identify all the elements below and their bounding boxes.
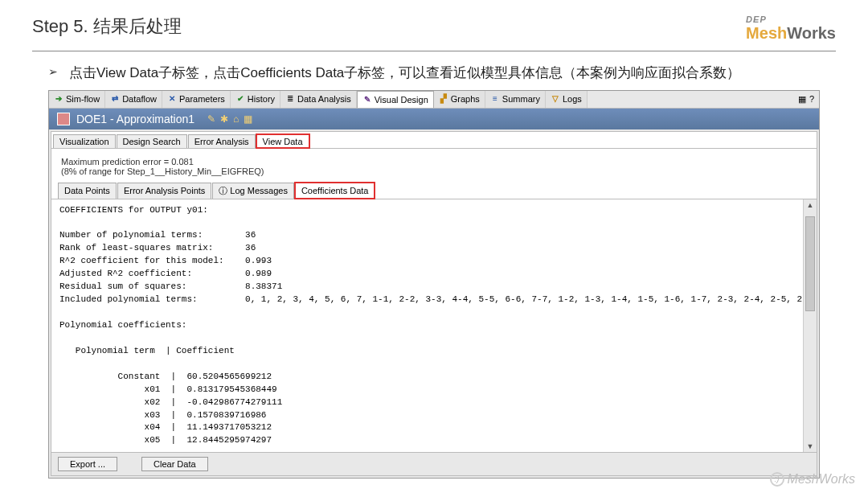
subtab-label: Coefficients Data [301, 186, 369, 195]
tab-label: Graphs [451, 94, 480, 104]
info-line1: Maximum prediction error = 0.081 [61, 157, 807, 166]
subtab-view-data[interactable]: View Data [256, 134, 309, 148]
subtab-coefficients-data[interactable]: Coefficients Data [295, 183, 375, 199]
tab-sim-flow[interactable]: ➔Sim-flow [49, 91, 105, 108]
graphs-icon: ▞ [439, 94, 448, 104]
description-text: 点击View Data子标签，点击Coefficients Data子标签，可以… [69, 63, 740, 84]
parameters-icon: ✕ [167, 94, 177, 104]
tab-dataflow[interactable]: ⇄Dataflow [105, 91, 162, 108]
visual-design-icon: ✎ [362, 95, 372, 105]
logo-meshworks: MeshWorks [746, 24, 836, 43]
page-title: Step 5. 结果后处理 [32, 14, 182, 39]
subtab-error-analysis-points[interactable]: Error Analysis Points [117, 183, 211, 199]
main-tabs: ➔Sim-flow⇄Dataflow✕Parameters✔History≣Da… [49, 91, 819, 109]
tab-history[interactable]: ✔History [231, 91, 280, 108]
watermark: :) MeshWorks [770, 472, 855, 487]
subtab-label: Data Points [64, 186, 110, 195]
app-window: ➔Sim-flow⇄Dataflow✕Parameters✔History≣Da… [48, 90, 820, 479]
tab-data-analysis[interactable]: ≣Data Analysis [280, 91, 357, 108]
summary-icon: ≡ [490, 94, 500, 104]
doe-header: DOE1 - Approximation1 ✎✱⌂▦ [49, 109, 819, 129]
doe-tool-icon-1[interactable]: ✱ [220, 113, 228, 125]
tab-label: Logs [563, 94, 582, 104]
tab-label: Visual Design [375, 95, 428, 105]
scroll-up-icon[interactable]: ▲ [807, 201, 814, 209]
sim-flow-icon: ➔ [54, 94, 63, 104]
info-block: Maximum prediction error = 0.081 (8% of … [51, 149, 817, 179]
watermark-text: MeshWorks [788, 472, 855, 487]
subtab-label: Log Messages [230, 186, 288, 195]
wechat-icon: :) [770, 472, 784, 487]
tab-label: Dataflow [122, 94, 157, 104]
tab-logs[interactable]: ▽Logs [546, 91, 588, 108]
scroll-thumb[interactable] [805, 216, 815, 311]
tab-label: Summary [502, 94, 540, 104]
info-icon: ⓘ [219, 185, 227, 197]
footer-bar: Export ... Clear Data [51, 452, 817, 475]
doe-tool-icon-2[interactable]: ⌂ [233, 113, 239, 125]
tab-parameters[interactable]: ✕Parameters [162, 91, 231, 108]
tab-label: Parameters [179, 94, 225, 104]
help-icon[interactable]: ? [809, 94, 814, 105]
doe-tool-icon-3[interactable]: ▦ [244, 113, 252, 125]
logs-icon: ▽ [551, 94, 560, 104]
tab-graphs[interactable]: ▞Graphs [434, 91, 485, 108]
data-analysis-icon: ≣ [285, 94, 295, 104]
vertical-scrollbar[interactable]: ▲ ▼ [804, 199, 817, 453]
history-icon: ✔ [235, 94, 245, 104]
doe-title: DOE1 - Approximation1 [76, 113, 194, 125]
subtab-label: Error Analysis Points [124, 186, 205, 195]
tab-label: History [248, 94, 275, 104]
export-button[interactable]: Export ... [58, 457, 117, 471]
tab-visual-design[interactable]: ✎Visual Design [357, 91, 434, 108]
tab-summary[interactable]: ≡Summary [485, 91, 546, 108]
toolbar-right: ▦? [798, 94, 819, 105]
clear-data-button[interactable]: Clear Data [141, 457, 208, 471]
content-pane: VisualizationDesign SearchError Analysis… [51, 131, 817, 477]
logo: DEP MeshWorks [746, 14, 836, 43]
subtab-design-search[interactable]: Design Search [117, 134, 187, 148]
coefficients-text-area: COEFFICIENTS for OUTPUT y01: Number of p… [51, 199, 804, 453]
sub-tabs-level1: VisualizationDesign SearchError Analysis… [51, 132, 817, 149]
logo-dep: DEP [746, 14, 836, 24]
sub-tabs-level2: Data PointsError Analysis PointsⓘLog Mes… [51, 183, 817, 199]
layout-icon[interactable]: ▦ [798, 94, 806, 105]
subtab-visualization[interactable]: Visualization [53, 134, 116, 148]
tab-label: Sim-flow [66, 94, 100, 104]
doe-icon [57, 113, 70, 125]
subtab-data-points[interactable]: Data Points [58, 183, 117, 199]
doe-tool-icon-0[interactable]: ✎ [207, 113, 215, 125]
tab-label: Data Analysis [297, 94, 351, 104]
info-line2: (8% of range for Step_1__History_Min__EI… [61, 166, 807, 176]
bullet-arrow-icon: ➢ [48, 65, 58, 78]
dataflow-icon: ⇄ [110, 94, 120, 104]
subtab-log-messages[interactable]: ⓘLog Messages [212, 183, 294, 199]
scroll-down-icon[interactable]: ▼ [807, 442, 814, 450]
subtab-error-analysis[interactable]: Error Analysis [188, 134, 256, 148]
